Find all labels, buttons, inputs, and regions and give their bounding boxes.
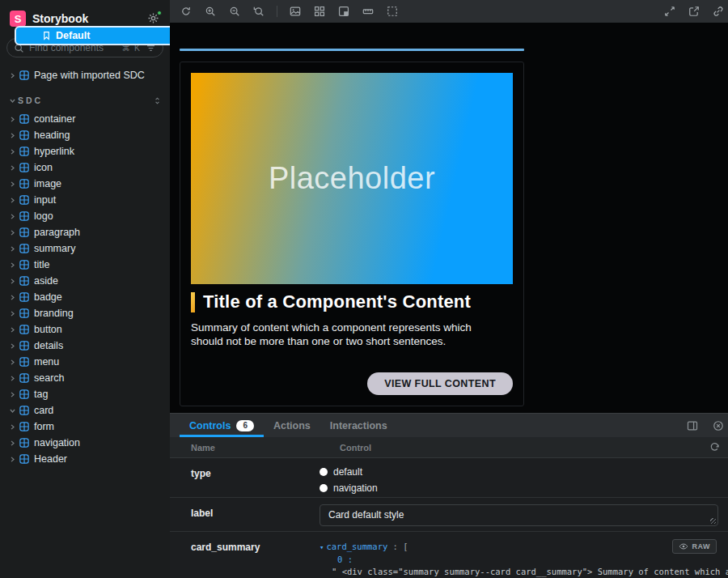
- tab-interactions[interactable]: Interactions: [320, 414, 397, 437]
- control-row-label: label Card default style: [170, 498, 728, 532]
- copy-link-icon[interactable]: [710, 3, 726, 19]
- panel-position-icon[interactable]: [684, 418, 700, 434]
- backgrounds-icon[interactable]: [287, 3, 303, 19]
- sidebar-item-aside[interactable]: aside: [0, 273, 170, 289]
- tab-actions[interactable]: Actions: [264, 414, 320, 437]
- reset-controls-icon[interactable]: [700, 442, 728, 453]
- chevron-right-icon[interactable]: [6, 326, 18, 334]
- chevron-right-icon[interactable]: [6, 278, 18, 285]
- chevron-right-icon[interactable]: [6, 213, 18, 220]
- chevron-right-icon[interactable]: [6, 423, 18, 431]
- panel-tabs: Controls 6 Actions Interactions: [180, 414, 397, 437]
- viewport-icon[interactable]: [336, 3, 352, 19]
- chevron-right-icon[interactable]: [6, 72, 18, 79]
- main-area: Placeholder Title of a Component's Conte…: [170, 0, 728, 578]
- outline-icon[interactable]: [384, 3, 400, 19]
- chevron-right-icon[interactable]: [6, 245, 18, 253]
- sidebar-item-page-with-imported-sdc[interactable]: Page with imported SDC: [0, 67, 170, 83]
- sidebar-item-search[interactable]: search: [0, 370, 170, 386]
- sidebar-item-container[interactable]: container: [0, 111, 170, 127]
- zoom-out-icon[interactable]: [226, 3, 243, 19]
- radio-group-type: default navigation: [320, 458, 728, 497]
- chevron-right-icon[interactable]: [6, 294, 18, 301]
- sidebar-item-form[interactable]: form: [0, 419, 170, 435]
- fullscreen-icon[interactable]: [662, 3, 678, 19]
- raw-toggle-button[interactable]: RAW: [672, 539, 717, 554]
- sidebar-item-hyperlink[interactable]: hyperlink: [0, 143, 170, 159]
- component-icon: [19, 454, 29, 464]
- json-root-node[interactable]: ▾card_summary : [: [320, 541, 728, 554]
- item-label: summary: [34, 243, 75, 254]
- sidebar-item-logo[interactable]: logo: [0, 208, 170, 224]
- story-divider-line: [180, 49, 524, 51]
- chevron-right-icon[interactable]: [6, 148, 18, 155]
- view-full-content-button[interactable]: VIEW FULL CONTENT: [367, 372, 513, 395]
- zoom-in-icon[interactable]: [202, 3, 218, 19]
- remount-icon[interactable]: [178, 3, 194, 19]
- control-name: card_summary: [170, 532, 320, 578]
- open-new-tab-icon[interactable]: [686, 3, 702, 19]
- chevron-down-icon[interactable]: [6, 407, 18, 414]
- label-text-input[interactable]: Card default style: [320, 504, 718, 526]
- measure-icon[interactable]: [360, 3, 376, 19]
- radio-option-default[interactable]: default: [320, 465, 718, 478]
- chevron-right-icon[interactable]: [6, 261, 18, 269]
- chevron-right-icon[interactable]: [6, 391, 18, 398]
- card-placeholder-image: Placeholder: [191, 73, 513, 284]
- item-label: button: [34, 324, 62, 335]
- storybook-app: S Storybook ⌘ K: [0, 0, 728, 578]
- sidebar-item-badge[interactable]: badge: [0, 289, 170, 305]
- json-value-line-1[interactable]: " <div class="summary summary--card card…: [332, 566, 728, 578]
- tab-controls[interactable]: Controls 6: [180, 414, 264, 437]
- sidebar-item-heading[interactable]: heading: [0, 127, 170, 143]
- chevron-right-icon[interactable]: [6, 132, 18, 139]
- chevron-right-icon[interactable]: [6, 116, 18, 123]
- collapse-caret-icon[interactable]: ▾: [320, 543, 324, 551]
- sidebar-item-tag[interactable]: tag: [0, 386, 170, 402]
- card-title: Title of a Component's Content: [203, 291, 471, 312]
- sidebar-item-image[interactable]: image: [0, 176, 170, 192]
- sidebar-item-menu[interactable]: menu: [0, 354, 170, 370]
- sidebar-item-summary[interactable]: summary: [0, 240, 170, 257]
- sidebar-item-paragraph[interactable]: paragraph: [0, 224, 170, 240]
- chevron-right-icon[interactable]: [6, 229, 18, 236]
- zoom-reset-icon[interactable]: [251, 3, 267, 19]
- column-header-name: Name: [170, 443, 320, 453]
- sidebar-item-navigation[interactable]: navigation: [0, 435, 170, 451]
- tabbar-icons: [684, 414, 728, 437]
- settings-gear-icon[interactable]: [147, 12, 160, 25]
- close-panel-icon[interactable]: [710, 418, 726, 434]
- item-label: search: [34, 372, 65, 384]
- component-icon: [19, 211, 29, 221]
- json-index[interactable]: 0 :: [337, 554, 728, 566]
- sidebar-item-header[interactable]: Header: [0, 451, 170, 467]
- collapse-expand-icon[interactable]: [153, 96, 162, 105]
- chevron-right-icon[interactable]: [6, 375, 18, 382]
- item-label: heading: [34, 130, 70, 141]
- chevron-right-icon[interactable]: [6, 197, 18, 204]
- chevron-right-icon[interactable]: [6, 342, 18, 350]
- radio-circle[interactable]: [320, 468, 328, 476]
- item-label: title: [34, 259, 49, 270]
- chevron-down-icon[interactable]: [6, 97, 18, 104]
- radio-circle[interactable]: [320, 484, 328, 492]
- component-icon: [19, 438, 29, 448]
- grid-icon[interactable]: [311, 3, 328, 19]
- sidebar-item-branding[interactable]: branding: [0, 305, 170, 321]
- sidebar-item-input[interactable]: input: [0, 192, 170, 208]
- sidebar-section-sdc[interactable]: SDC: [0, 93, 170, 108]
- chevron-right-icon[interactable]: [6, 310, 18, 317]
- chevron-right-icon[interactable]: [6, 456, 18, 463]
- control-name: type: [170, 458, 320, 497]
- chevron-right-icon[interactable]: [6, 359, 18, 366]
- sidebar-item-button[interactable]: button: [0, 321, 170, 338]
- chevron-right-icon[interactable]: [6, 164, 18, 172]
- radio-option-navigation[interactable]: navigation: [320, 482, 718, 495]
- chevron-right-icon[interactable]: [6, 440, 18, 447]
- card-component: Placeholder Title of a Component's Conte…: [180, 62, 524, 406]
- sidebar-item-card[interactable]: card: [0, 402, 170, 419]
- sidebar-item-details[interactable]: details: [0, 338, 170, 354]
- sidebar-item-title[interactable]: title: [0, 257, 170, 273]
- sidebar-item-icon[interactable]: icon: [0, 159, 170, 176]
- chevron-right-icon[interactable]: [6, 181, 18, 188]
